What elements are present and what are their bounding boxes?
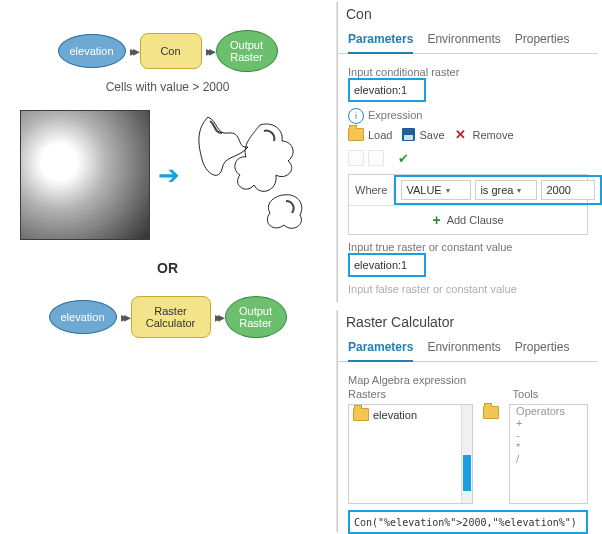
tab-parameters[interactable]: Parameters bbox=[348, 336, 413, 362]
panel-title: Raster Calculator bbox=[338, 310, 598, 334]
rasters-heading: Rasters bbox=[348, 388, 469, 400]
input-true-label: Input true raster or constant value bbox=[348, 241, 588, 253]
plus-icon: + bbox=[432, 212, 440, 228]
cells-caption: Cells with value > 2000 bbox=[0, 80, 335, 94]
where-label: Where bbox=[349, 181, 394, 199]
node-elevation: elevation bbox=[58, 34, 126, 68]
arrow-icon: ▸▸ bbox=[215, 309, 221, 325]
node-output: OutputRaster bbox=[216, 30, 278, 72]
operator-item[interactable]: + bbox=[510, 417, 587, 429]
node-raster-calculator: RasterCalculator bbox=[131, 296, 211, 338]
input-false-label: Input false raster or constant value bbox=[348, 283, 588, 295]
expression-label: iExpression bbox=[348, 108, 588, 124]
tab-bar: Parameters Environments Properties bbox=[338, 334, 598, 362]
add-clause-button[interactable]: +Add Clause bbox=[349, 206, 587, 234]
field-dropdown[interactable]: VALUE▾ bbox=[401, 180, 471, 200]
arrow-icon: ▸▸ bbox=[121, 309, 127, 325]
clause-builder: Where VALUE▾ is grea▾ 2000 +Add Clause bbox=[348, 174, 588, 235]
terrain-raster-image bbox=[20, 110, 150, 240]
operator-item[interactable]: - bbox=[510, 429, 587, 441]
sql-toggle-button[interactable] bbox=[348, 150, 364, 166]
image-comparison: ➔ bbox=[0, 110, 335, 240]
filtered-raster-image bbox=[188, 111, 316, 239]
load-button[interactable]: Load bbox=[348, 128, 392, 141]
save-button[interactable]: Save bbox=[402, 128, 444, 141]
operator-item[interactable]: * bbox=[510, 441, 587, 453]
input-true-raster[interactable]: elevation:1 bbox=[348, 253, 426, 277]
tools-list[interactable]: Operators + - * / bbox=[509, 404, 588, 504]
scrollbar[interactable] bbox=[461, 405, 472, 503]
list-item[interactable]: elevation bbox=[349, 405, 472, 424]
tab-properties[interactable]: Properties bbox=[515, 336, 570, 361]
arrow-icon: ▸▸ bbox=[206, 43, 212, 59]
clause-mode-buttons: ✔ bbox=[348, 148, 588, 170]
arrow-icon: ▸▸ bbox=[130, 43, 136, 59]
map-algebra-label: Map Algebra expression bbox=[348, 374, 588, 386]
folder-icon bbox=[348, 128, 364, 141]
operator-item[interactable]: / bbox=[510, 453, 587, 465]
tab-parameters[interactable]: Parameters bbox=[348, 28, 413, 54]
expression-input[interactable]: Con("%elevation%">2000,"%elevation%") bbox=[348, 510, 588, 534]
flow-con: elevation ▸▸ Con ▸▸ OutputRaster bbox=[0, 30, 335, 72]
input-conditional-label: Input conditional raster bbox=[348, 66, 588, 78]
raster-layer-icon bbox=[353, 408, 369, 421]
browse-tools-icon[interactable] bbox=[483, 406, 499, 419]
panel-title: Con bbox=[338, 2, 598, 26]
operators-heading: Operators bbox=[510, 405, 587, 417]
or-separator: OR bbox=[0, 260, 335, 276]
remove-icon: ✕ bbox=[455, 127, 466, 142]
node-con: Con bbox=[140, 33, 202, 69]
tab-environments[interactable]: Environments bbox=[427, 336, 500, 361]
save-icon bbox=[402, 128, 415, 141]
raster-calculator-panel: Raster Calculator Parameters Environment… bbox=[337, 310, 598, 532]
clause-toggle-button[interactable] bbox=[368, 150, 384, 166]
con-panel: Con Parameters Environments Properties I… bbox=[337, 2, 598, 302]
tab-bar: Parameters Environments Properties bbox=[338, 26, 598, 54]
node-elevation: elevation bbox=[49, 300, 117, 334]
arrow-right-icon: ➔ bbox=[158, 160, 180, 191]
tab-properties[interactable]: Properties bbox=[515, 28, 570, 53]
tab-environments[interactable]: Environments bbox=[427, 28, 500, 53]
tools-heading: Tools bbox=[513, 388, 588, 400]
input-conditional-raster[interactable]: elevation:1 bbox=[348, 78, 426, 102]
flow-raster-calc: elevation ▸▸ RasterCalculator ▸▸ OutputR… bbox=[0, 296, 335, 338]
validate-icon[interactable]: ✔ bbox=[398, 151, 409, 166]
operator-dropdown[interactable]: is grea▾ bbox=[475, 180, 537, 200]
clause-row: VALUE▾ is grea▾ 2000 bbox=[394, 175, 602, 205]
info-icon: i bbox=[348, 108, 364, 124]
expression-toolbar: Load Save ✕Remove bbox=[348, 124, 588, 148]
remove-button[interactable]: ✕Remove bbox=[455, 127, 514, 142]
rasters-list[interactable]: elevation bbox=[348, 404, 473, 504]
node-output: OutputRaster bbox=[225, 296, 287, 338]
value-input[interactable]: 2000 bbox=[541, 180, 595, 200]
